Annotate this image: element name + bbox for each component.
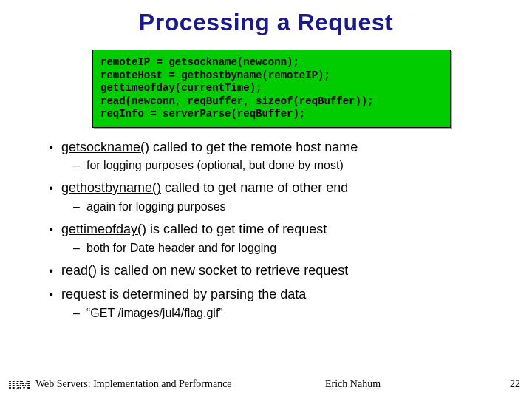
sub-2-text: again for logging purposes — [86, 199, 226, 215]
sub-dash: – — [73, 305, 86, 321]
footer-author: Erich Nahum — [325, 378, 381, 390]
bullet-2-text: gethostbyname() called to get name of ot… — [61, 179, 502, 197]
sub-1-text: for logging purposes (optional, but done… — [86, 157, 344, 174]
bullet-4: • read() is called on new socket to retr… — [41, 262, 502, 279]
bullet-1-func: getsockname() — [61, 140, 149, 154]
bullet-dot: • — [41, 179, 61, 197]
code-box: remoteIP = getsockname(newconn); remoteH… — [92, 50, 451, 128]
sub-3: – both for Date header and for logging — [73, 240, 502, 256]
bullet-dot: • — [41, 220, 61, 238]
footer-left: Web Servers: Implementation and Performa… — [35, 378, 232, 390]
sub-5-text: “GET /images/jul4/flag.gif” — [86, 305, 223, 321]
slide-number: 22 — [510, 378, 520, 390]
bullet-5-text: request is determined by parsing the dat… — [61, 285, 502, 303]
bullet-4-text: read() is called on new socket to retrie… — [61, 262, 502, 279]
bullet-2-rest: called to get name of other end — [161, 180, 348, 195]
sub-5: – “GET /images/jul4/flag.gif” — [73, 305, 502, 321]
bullet-2-func: gethostbyname() — [61, 180, 161, 195]
bullet-2: • gethostbyname() called to get name of … — [41, 179, 502, 197]
bullet-1-rest: called to get the remote host name — [149, 140, 358, 154]
ibm-logo: IBM — [7, 378, 30, 392]
sub-2: – again for logging purposes — [73, 199, 502, 215]
bullet-3-text: gettimeofday() is called to get time of … — [61, 220, 502, 238]
slide-body: • getsockname() called to get the remote… — [41, 138, 502, 321]
bullet-4-func: read() — [61, 263, 97, 278]
bullet-dot: • — [41, 138, 61, 156]
footer: IBM Web Servers: Implementation and Perf… — [0, 374, 532, 392]
sub-1: – for logging purposes (optional, but do… — [73, 157, 502, 174]
slide: Processing a Request remoteIP = getsockn… — [0, 0, 532, 399]
bullet-5: • request is determined by parsing the d… — [41, 285, 502, 303]
sub-dash: – — [73, 199, 86, 215]
code-listing: remoteIP = getsockname(newconn); remoteH… — [100, 56, 443, 121]
bullet-1-text: getsockname() called to get the remote h… — [61, 138, 502, 156]
slide-title: Processing a Request — [0, 0, 532, 36]
bullet-3-func: gettimeofday() — [61, 222, 146, 236]
sub-dash: – — [73, 240, 86, 256]
bullet-1: • getsockname() called to get the remote… — [41, 138, 502, 156]
bullet-dot: • — [41, 285, 61, 303]
bullet-3: • gettimeofday() is called to get time o… — [41, 220, 502, 238]
sub-3-text: both for Date header and for logging — [86, 240, 276, 256]
bullet-4-rest: is called on new socket to retrieve requ… — [97, 263, 348, 278]
bullet-dot: • — [41, 262, 61, 279]
sub-dash: – — [73, 157, 86, 174]
bullet-3-rest: is called to get time of request — [146, 222, 327, 236]
